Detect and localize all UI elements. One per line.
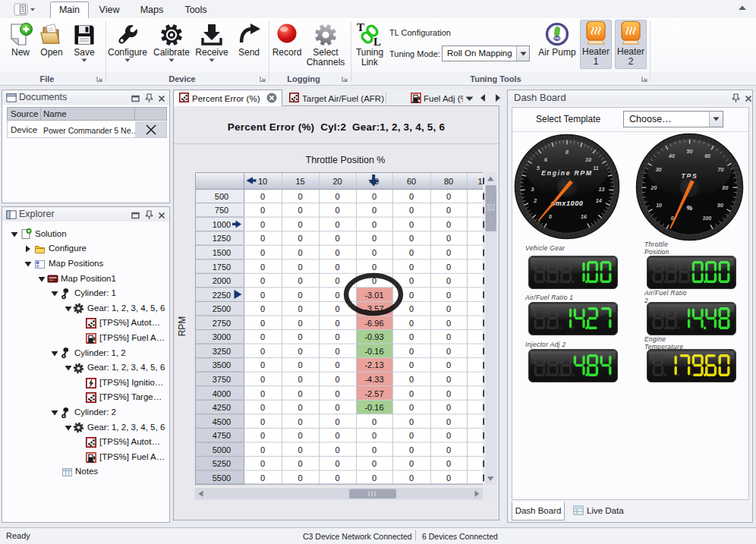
svg-text:-0.16: -0.16 bbox=[364, 403, 383, 412]
svg-text:2: 2 bbox=[533, 197, 537, 204]
svg-text:0: 0 bbox=[260, 248, 265, 257]
svg-text:-6.96: -6.96 bbox=[364, 319, 383, 328]
svg-text:0: 0 bbox=[298, 360, 302, 369]
svg-text:0: 0 bbox=[446, 389, 451, 398]
svg-text:0: 0 bbox=[446, 276, 451, 285]
svg-text:5500: 5500 bbox=[213, 473, 231, 483]
svg-text:T: T bbox=[357, 22, 364, 33]
svg-text:0: 0 bbox=[260, 291, 265, 300]
svg-text:0: 0 bbox=[335, 375, 339, 384]
svg-text:10: 10 bbox=[258, 177, 267, 186]
svg-text:0: 0 bbox=[409, 473, 414, 483]
svg-text:%: % bbox=[686, 204, 693, 212]
svg-text:2500: 2500 bbox=[213, 304, 231, 313]
svg-text:0: 0 bbox=[372, 263, 376, 272]
svg-text:0: 0 bbox=[446, 375, 451, 384]
svg-text:0: 0 bbox=[409, 304, 414, 313]
svg-text:20: 20 bbox=[332, 177, 342, 186]
svg-text:0: 0 bbox=[335, 304, 339, 313]
svg-text:0: 0 bbox=[335, 206, 339, 215]
svg-text:0: 0 bbox=[260, 304, 265, 313]
svg-text:0: 0 bbox=[335, 360, 339, 369]
svg-text:1750: 1750 bbox=[213, 263, 231, 272]
svg-text:80: 80 bbox=[444, 177, 453, 186]
svg-text:-0.16: -0.16 bbox=[364, 347, 383, 356]
svg-text:0: 0 bbox=[335, 220, 339, 229]
svg-text:0: 0 bbox=[260, 192, 265, 201]
svg-text:0: 0 bbox=[372, 445, 376, 454]
svg-text:80: 80 bbox=[723, 185, 729, 190]
svg-text:4250: 4250 bbox=[213, 403, 231, 412]
svg-text:0: 0 bbox=[298, 220, 302, 229]
svg-text:0: 0 bbox=[409, 248, 414, 257]
svg-text:3750: 3750 bbox=[213, 375, 231, 384]
svg-text:0: 0 bbox=[298, 319, 302, 328]
svg-text:0: 0 bbox=[446, 319, 451, 328]
svg-text:0: 0 bbox=[298, 403, 302, 412]
svg-text:0: 0 bbox=[298, 206, 302, 215]
svg-text:100: 100 bbox=[702, 215, 711, 221]
svg-text:14: 14 bbox=[596, 197, 602, 204]
svg-text:0: 0 bbox=[298, 332, 302, 341]
svg-text:0: 0 bbox=[335, 248, 339, 257]
svg-text:0: 0 bbox=[260, 319, 265, 328]
svg-text:0: 0 bbox=[372, 206, 376, 215]
svg-text:0: 0 bbox=[298, 389, 302, 398]
svg-text:0: 0 bbox=[372, 192, 376, 201]
svg-text:0: 0 bbox=[372, 473, 376, 483]
svg-text:0: 0 bbox=[298, 459, 302, 468]
svg-text:0: 0 bbox=[298, 473, 302, 483]
svg-text:0: 0 bbox=[335, 347, 339, 356]
svg-text:90: 90 bbox=[717, 203, 723, 208]
svg-text:4000: 4000 bbox=[213, 389, 231, 398]
svg-text:0: 0 bbox=[298, 276, 302, 285]
svg-text:0: 0 bbox=[260, 403, 265, 412]
svg-text:PSI: PSI bbox=[555, 36, 559, 40]
svg-text:0: 0 bbox=[409, 403, 414, 412]
svg-text:0: 0 bbox=[298, 431, 302, 440]
svg-text:0: 0 bbox=[409, 263, 414, 272]
svg-text:13: 13 bbox=[598, 186, 604, 193]
svg-text:Engine RPM: Engine RPM bbox=[541, 169, 593, 177]
svg-text:5250: 5250 bbox=[213, 459, 231, 468]
svg-text:-4.33: -4.33 bbox=[364, 375, 383, 384]
svg-text:1250: 1250 bbox=[213, 234, 231, 243]
svg-text:0: 0 bbox=[298, 234, 302, 243]
svg-text:0: 0 bbox=[335, 291, 339, 300]
svg-text:0: 0 bbox=[298, 192, 302, 201]
svg-text:-3.01: -3.01 bbox=[364, 291, 383, 300]
svg-text:8: 8 bbox=[565, 149, 569, 156]
svg-text:0: 0 bbox=[372, 417, 376, 426]
svg-text:0: 0 bbox=[446, 360, 451, 369]
svg-text:0: 0 bbox=[446, 403, 451, 412]
svg-text:2250: 2250 bbox=[213, 291, 231, 300]
svg-text:0: 0 bbox=[260, 347, 265, 356]
svg-text:11: 11 bbox=[593, 165, 598, 171]
svg-text:0: 0 bbox=[549, 213, 552, 220]
svg-text:0: 0 bbox=[372, 459, 376, 468]
svg-text:0: 0 bbox=[260, 473, 265, 483]
svg-text:0: 0 bbox=[446, 332, 451, 341]
svg-text:0: 0 bbox=[298, 291, 302, 300]
svg-text:0: 0 bbox=[409, 445, 414, 454]
svg-text:0: 0 bbox=[298, 445, 302, 454]
svg-text:-0.93: -0.93 bbox=[364, 332, 383, 341]
svg-text:0: 0 bbox=[260, 360, 265, 369]
svg-text:70: 70 bbox=[718, 167, 724, 172]
svg-text:0: 0 bbox=[446, 417, 451, 426]
svg-text:0: 0 bbox=[298, 347, 302, 356]
svg-text:20: 20 bbox=[650, 185, 657, 190]
svg-text:10: 10 bbox=[585, 156, 591, 163]
svg-text:0: 0 bbox=[446, 459, 451, 468]
svg-text:0: 0 bbox=[372, 431, 376, 440]
svg-text:L: L bbox=[373, 36, 381, 48]
svg-text:0: 0 bbox=[298, 304, 302, 313]
svg-text:0: 0 bbox=[260, 263, 265, 272]
svg-text:0: 0 bbox=[260, 220, 265, 229]
svg-text:0: 0 bbox=[335, 389, 339, 398]
svg-text:1: 1 bbox=[477, 177, 482, 186]
svg-text:2000: 2000 bbox=[213, 276, 231, 285]
svg-text:3250: 3250 bbox=[213, 347, 231, 356]
svg-text:3000: 3000 bbox=[213, 332, 231, 341]
svg-text:5000: 5000 bbox=[213, 445, 231, 454]
